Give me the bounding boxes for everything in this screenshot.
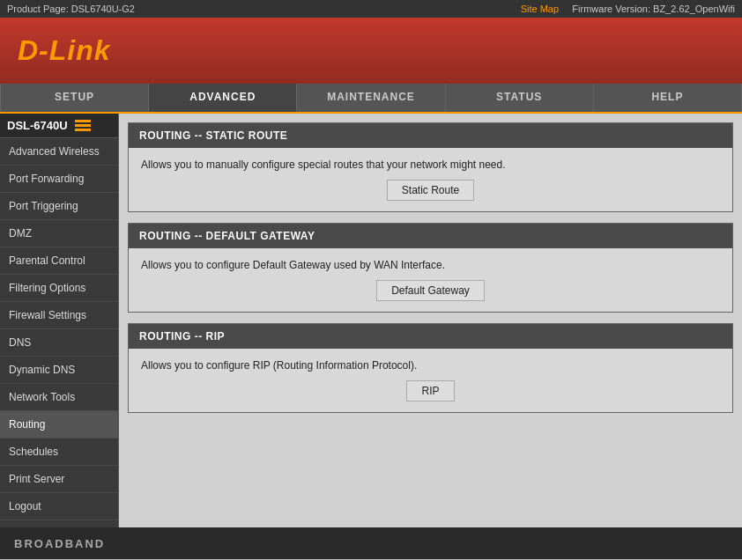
tab-advanced[interactable]: ADVANCED	[149, 84, 297, 112]
sidebar-item-port-triggering[interactable]: Port Triggering	[0, 193, 118, 220]
logo-text: D-Link	[18, 34, 111, 66]
rip-header: ROUTING -- RIP	[129, 324, 732, 349]
sidebar-item-dynamic-dns[interactable]: Dynamic DNS	[0, 357, 118, 384]
tab-help[interactable]: HELP	[594, 84, 742, 112]
static-route-description: Allows you to manually configure special…	[141, 158, 720, 171]
default-gateway-description: Allows you to configure Default Gateway …	[141, 259, 720, 271]
sidebar-item-schedules[interactable]: Schedules	[0, 438, 118, 466]
header: D-Link	[0, 18, 742, 84]
sidebar-item-firewall-settings[interactable]: Firewall Settings	[0, 302, 118, 329]
rip-description: Allows you to configure RIP (Routing Inf…	[141, 359, 720, 372]
default-gateway-header: ROUTING -- DEFAULT GATEWAY	[129, 224, 732, 248]
sidebar: DSL-6740U Advanced Wireless Port Forward…	[0, 114, 119, 527]
logo: D-Link	[18, 34, 111, 67]
rip-body: Allows you to configure RIP (Routing Inf…	[129, 349, 732, 412]
content-area: ROUTING -- STATIC ROUTE Allows you to ma…	[119, 114, 742, 527]
firmware-info: Site Map Firmware Version: BZ_2.62_OpenW…	[521, 4, 735, 14]
sitemap-link[interactable]: Site Map	[521, 4, 559, 14]
device-lines-icon	[75, 120, 91, 131]
sidebar-item-parental-control[interactable]: Parental Control	[0, 247, 118, 275]
product-label: Product Page: DSL6740U-G2	[7, 4, 135, 14]
sidebar-item-logout[interactable]: Logout	[0, 493, 118, 520]
default-gateway-body: Allows you to configure Default Gateway …	[129, 248, 732, 312]
device-label: DSL-6740U	[0, 114, 118, 138]
sidebar-item-filtering-options[interactable]: Filtering Options	[0, 275, 118, 302]
default-gateway-section: ROUTING -- DEFAULT GATEWAY Allows you to…	[128, 223, 733, 313]
firmware-version: Firmware Version: BZ_2.62_OpenWifi	[572, 4, 735, 14]
footer-label: BROADBAND	[14, 537, 105, 550]
default-gateway-button[interactable]: Default Gateway	[376, 280, 485, 301]
sidebar-item-port-forwarding[interactable]: Port Forwarding	[0, 166, 118, 193]
main-layout: DSL-6740U Advanced Wireless Port Forward…	[0, 114, 742, 527]
tab-status[interactable]: STATUS	[446, 84, 594, 112]
static-route-button[interactable]: Static Route	[387, 180, 474, 201]
sidebar-item-dmz[interactable]: DMZ	[0, 220, 118, 247]
rip-section: ROUTING -- RIP Allows you to configure R…	[128, 323, 733, 413]
static-route-header: ROUTING -- STATIC ROUTE	[129, 123, 732, 148]
sidebar-item-dns[interactable]: DNS	[0, 329, 118, 357]
tab-setup[interactable]: SETUP	[0, 84, 149, 112]
sidebar-item-routing[interactable]: Routing	[0, 411, 118, 438]
tab-maintenance[interactable]: MAINTENANCE	[297, 84, 445, 112]
static-route-body: Allows you to manually configure special…	[129, 148, 732, 211]
footer: BROADBAND	[0, 527, 742, 559]
nav-tabs: SETUP ADVANCED MAINTENANCE STATUS HELP	[0, 84, 742, 114]
static-route-section: ROUTING -- STATIC ROUTE Allows you to ma…	[128, 122, 733, 212]
rip-button[interactable]: RIP	[406, 380, 454, 402]
sidebar-item-print-server[interactable]: Print Server	[0, 466, 118, 493]
sidebar-item-advanced-wireless[interactable]: Advanced Wireless	[0, 138, 118, 166]
sidebar-item-network-tools[interactable]: Network Tools	[0, 384, 118, 411]
top-bar: Product Page: DSL6740U-G2 Site Map Firmw…	[0, 0, 742, 18]
